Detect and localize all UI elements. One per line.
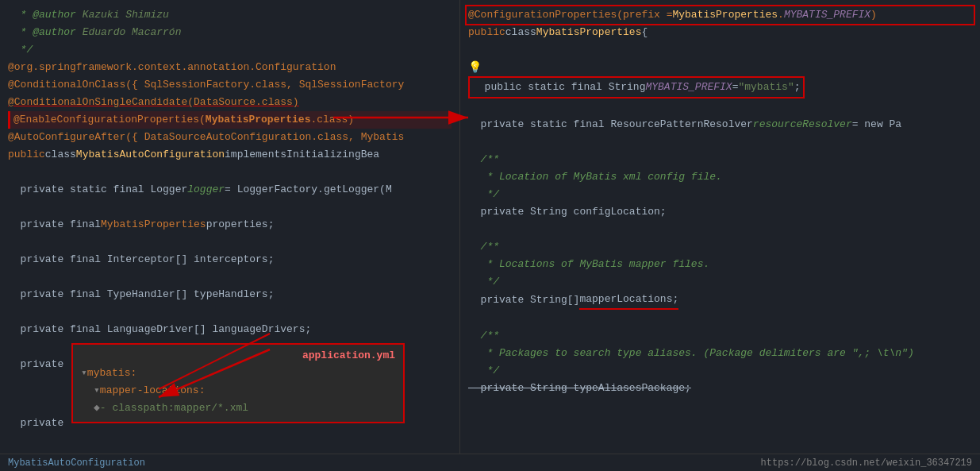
- right-line-class-decl: public class MybatisProperties {: [468, 24, 972, 41]
- bottom-class-name: MybatisAutoConfiguration: [8, 457, 145, 469]
- right-comment2b: * Locations of MyBatis mapper files.: [468, 256, 972, 273]
- right-blank5: [468, 310, 972, 327]
- line-auto-configure: @AutoConfigureAfter({ DataSourceAutoConf…: [8, 129, 452, 146]
- line-conditional-single: @ConditionalOnSingleCandidate(DataSource…: [8, 94, 452, 111]
- popup-title: application.yml: [81, 349, 395, 361]
- right-line-type-aliases: private String typeAliasesPackage;: [468, 380, 972, 397]
- right-comment3b: * Packages to search type aliases. (Pack…: [468, 345, 972, 362]
- right-comment1b: * Location of MyBatis xml config file.: [468, 168, 972, 186]
- right-comment3a: /**: [468, 327, 972, 345]
- right-comment2c: */: [468, 273, 972, 291]
- right-code-panel: @ConfigurationProperties(prefix = Mybati…: [460, 0, 980, 471]
- right-comment1a: /**: [468, 151, 972, 168]
- right-blank2: [468, 98, 972, 116]
- application-yml-popup: application.yml ▾ mybatis: ▾ mapper-loca…: [71, 343, 405, 423]
- line-blank1: [8, 164, 452, 181]
- line-logger: private static final Logger logger = Log…: [8, 181, 452, 199]
- right-comment1c: */: [468, 186, 972, 203]
- popup-line-classpath: ◆ - classpath:mapper/*.xml: [81, 400, 395, 417]
- line-blank2: [8, 199, 452, 216]
- line-org: @org.springframework.context.annotation.…: [8, 59, 452, 76]
- line-typehandlers: private final TypeHandler[] typeHandlers…: [8, 286, 452, 303]
- right-blank3: [468, 133, 972, 151]
- right-line-config-location: private String configLocation;: [468, 203, 972, 221]
- popup-line-mapper: ▾ mapper-locations:: [81, 382, 395, 400]
- right-comment2a: /**: [468, 238, 972, 256]
- line-author1: * @author Kazuki Shimizu: [8, 6, 452, 24]
- line-blank5: [8, 303, 452, 321]
- line-blank4: [8, 268, 452, 286]
- line-interceptors: private final Interceptor[] interceptors…: [8, 251, 452, 268]
- right-line-mybatis-prefix: public static final String MYBATIS_PREFI…: [472, 79, 801, 96]
- right-lightbulb-line: 💡: [468, 59, 972, 76]
- line-class-decl: public class MybatisAutoConfiguration im…: [8, 146, 452, 164]
- lightbulb-icon: 💡: [468, 59, 482, 76]
- bottom-url: https://blog.csdn.net/weixin_36347219: [761, 457, 972, 469]
- right-blank1: [468, 41, 972, 59]
- right-comment3c: */: [468, 362, 972, 380]
- right-line-mapper-locations: private String[] mapperLocations;: [468, 291, 972, 310]
- mybatis-prefix-highlight-box: public static final String MYBATIS_PREFI…: [468, 76, 805, 98]
- bottom-bar: MybatisAutoConfiguration https://blog.cs…: [0, 454, 980, 471]
- line-properties: private final MybatisProperties properti…: [8, 216, 452, 234]
- line-enable-config: @EnableConfigurationProperties(MybatisPr…: [8, 111, 452, 129]
- line-conditional-class: @ConditionalOnClass({ SqlSessionFactory.…: [8, 76, 452, 94]
- right-line-resolver: private static final ResourcePatternReso…: [468, 116, 972, 133]
- main-container: * @author Kazuki Shimizu * @author Eduar…: [0, 0, 980, 471]
- left-code-panel: * @author Kazuki Shimizu * @author Eduar…: [0, 0, 460, 471]
- right-blank4: [468, 221, 972, 238]
- line-blank3: [8, 234, 452, 251]
- right-line-config-annotation: @ConfigurationProperties(prefix = Mybati…: [468, 6, 972, 24]
- popup-line-mybatis: ▾ mybatis:: [81, 365, 395, 382]
- line-language-drivers: private final LanguageDriver[] languageD…: [8, 321, 452, 338]
- line-comment-end: */: [8, 41, 452, 59]
- line-author2: * @author Eduardo Macarrón: [8, 24, 452, 41]
